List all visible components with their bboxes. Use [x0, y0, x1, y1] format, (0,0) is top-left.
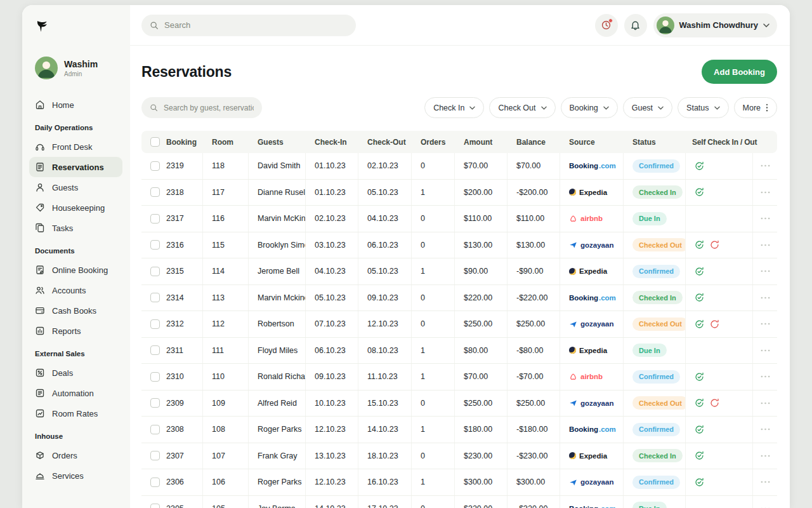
sidebar-item-automation[interactable]: Automation [29, 383, 122, 403]
table-row[interactable]: 2310 110 Ronald Richard 09.10.23 11.10.2… [141, 364, 777, 391]
sidebar-item-orders[interactable]: Orders [29, 445, 122, 465]
sidebar-item-cash-books[interactable]: Cash Books [29, 300, 122, 321]
row-actions-button[interactable] [761, 164, 770, 167]
table-row[interactable]: 2312 112 Robertson 07.10.23 12.10.23 0 $… [141, 311, 777, 338]
filter-check-in[interactable]: Check In [424, 97, 484, 118]
self-check-in-icon[interactable] [695, 398, 704, 408]
history-button[interactable] [595, 14, 618, 37]
self-check-in-icon[interactable] [695, 267, 704, 276]
self-check-in-icon[interactable] [695, 293, 704, 302]
table-row[interactable]: 2315 114 Jerome Bell 04.10.23 05.10.23 1… [141, 258, 777, 285]
row-actions-button[interactable] [761, 349, 770, 352]
row-checkbox[interactable] [150, 319, 160, 329]
source-cell: gozayaan [560, 391, 624, 417]
app-logo[interactable] [35, 19, 122, 34]
chevron-down-icon [658, 106, 664, 110]
row-actions-button[interactable] [761, 270, 770, 272]
filter-more[interactable]: More [734, 97, 777, 118]
global-search-input[interactable] [164, 20, 348, 30]
row-actions-button[interactable] [761, 244, 770, 246]
sidebar-item-deals[interactable]: Deals [29, 363, 122, 383]
sidebar-item-front-desk[interactable]: Front Desk [29, 137, 122, 157]
check-out-date: 05.10.23 [358, 258, 412, 284]
sidebar-item-room-rates[interactable]: Room Rates [29, 403, 122, 424]
table-row[interactable]: 2307 107 Frank Gray 13.10.23 18.10.23 0 … [141, 443, 777, 470]
row-checkbox[interactable] [150, 425, 160, 434]
source-cell: airbnb [560, 364, 624, 390]
row-actions-button[interactable] [761, 217, 770, 220]
row-actions-button[interactable] [761, 428, 770, 431]
row-checkbox[interactable] [150, 478, 160, 487]
self-check-out-icon[interactable] [710, 240, 719, 250]
global-search[interactable] [141, 15, 356, 36]
sidebar-item-guests[interactable]: Guests [29, 177, 122, 197]
self-check-out-icon[interactable] [710, 319, 719, 329]
select-all-checkbox[interactable] [150, 137, 160, 147]
row-actions-button[interactable] [761, 375, 770, 378]
row-checkbox[interactable] [150, 451, 160, 460]
table-search[interactable] [141, 97, 262, 118]
self-check-in-icon[interactable] [695, 319, 704, 329]
table-row[interactable]: 2318 117 Dianne Rusel 01.10.23 05.10.23 … [141, 180, 777, 206]
filter-booking[interactable]: Booking [561, 97, 618, 118]
row-checkbox[interactable] [150, 504, 160, 508]
table-row[interactable]: 2308 108 Roger Parks 12.10.23 14.10.23 1… [141, 417, 777, 443]
table-row[interactable]: 2305 105 Joy Borma 14.10.23 17.10.23 0 $… [141, 496, 777, 508]
row-checkbox[interactable] [150, 187, 160, 197]
user-menu[interactable]: Washim Chowdhury [653, 13, 777, 37]
self-check-in-icon[interactable] [695, 425, 704, 434]
filter-guest[interactable]: Guest [623, 97, 672, 118]
sidebar-item-label: Orders [52, 451, 77, 460]
self-check-in-icon[interactable] [695, 161, 704, 171]
table-row[interactable]: 2319 118 David Smith 01.10.23 02.10.23 0… [141, 153, 777, 180]
self-check-in-icon[interactable] [695, 451, 704, 460]
filter-status[interactable]: Status [678, 97, 728, 118]
check-in-date: 03.10.23 [306, 232, 358, 258]
self-check-in-icon[interactable] [695, 187, 704, 197]
status-cell: Due In [624, 496, 686, 508]
row-actions-button[interactable] [761, 297, 770, 299]
booking-id: 2318 [166, 188, 184, 197]
add-booking-button[interactable]: Add Booking [702, 60, 777, 84]
row-checkbox[interactable] [150, 161, 160, 171]
self-check-in-icon[interactable] [695, 478, 704, 487]
sidebar-item-home[interactable]: Home [29, 95, 122, 115]
sidebar-item-tasks[interactable]: Tasks [29, 218, 122, 238]
row-checkbox[interactable] [150, 293, 160, 302]
sidebar-item-accounts[interactable]: Accounts [29, 280, 122, 300]
table-row[interactable]: 2311 111 Floyd Miles 06.10.23 08.10.23 1… [141, 338, 777, 364]
self-check-in-icon[interactable] [695, 372, 704, 382]
sidebar-item-reports[interactable]: Reports [29, 321, 122, 341]
row-checkbox[interactable] [150, 267, 160, 276]
notifications-button[interactable] [624, 14, 647, 37]
table-row[interactable]: 2316 115 Brooklyn Simons 03.10.23 06.10.… [141, 232, 777, 259]
self-check-in-icon[interactable] [695, 240, 704, 250]
table-row[interactable]: 2314 113 Marvin Mckiney 05.10.23 09.10.2… [141, 285, 777, 312]
table-search-input[interactable] [164, 104, 254, 112]
sidebar-item-reservations[interactable]: Reservations [29, 157, 122, 177]
row-checkbox[interactable] [150, 372, 160, 382]
row-actions-button[interactable] [761, 455, 770, 457]
row-actions-button[interactable] [761, 191, 770, 194]
row-actions-button[interactable] [761, 402, 770, 404]
chevron-down-icon [763, 23, 769, 27]
sidebar-item-services[interactable]: Services [29, 465, 122, 486]
row-checkbox[interactable] [150, 214, 160, 224]
sidebar-item-label: Reports [52, 326, 81, 336]
row-checkbox[interactable] [150, 398, 160, 408]
table-row[interactable]: 2306 106 Roger Parks 12.10.23 16.10.23 1… [141, 469, 777, 496]
filter-check-out[interactable]: Check Out [489, 97, 555, 118]
row-checkbox[interactable] [150, 345, 160, 355]
self-check-out-icon[interactable] [710, 398, 719, 408]
sidebar-item-housekeeping[interactable]: Housekeeping [29, 197, 122, 218]
row-actions-button[interactable] [761, 481, 770, 483]
table-row[interactable]: 2309 109 Alfred Reid 10.10.23 15.10.23 0… [141, 391, 777, 417]
row-actions-button[interactable] [761, 323, 770, 325]
source-expedia-logo: Expedia [569, 267, 607, 275]
source-gozayaan-logo: gozayaan [569, 320, 613, 328]
table-row[interactable]: 2317 116 Marvin McKiney 02.10.23 04.10.2… [141, 206, 777, 232]
column-header-check-in: Check-In [306, 138, 358, 147]
balance: -$220.00 [508, 285, 560, 311]
sidebar-item-online-booking[interactable]: Online Booking [29, 260, 122, 280]
row-checkbox[interactable] [150, 240, 160, 250]
